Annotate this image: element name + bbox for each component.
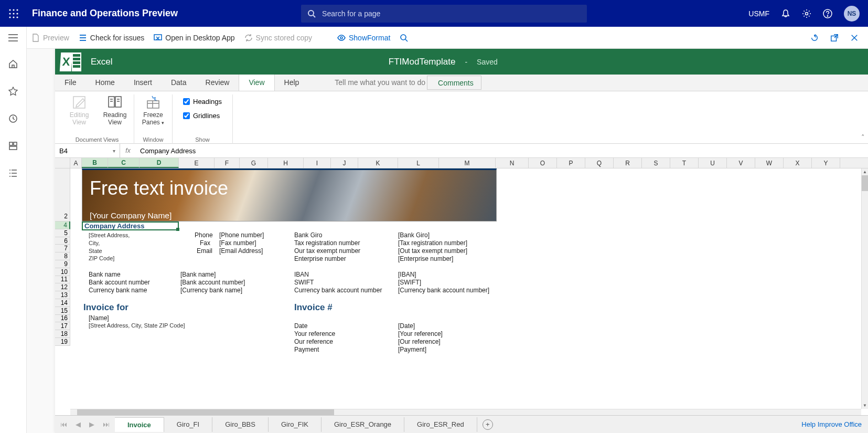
add-sheet-button[interactable]: + — [483, 419, 493, 430]
help-improve-link[interactable]: Help Improve Office — [801, 420, 868, 428]
cell-invoice-for-header[interactable]: Invoice for — [83, 302, 128, 313]
cell-bankname-label[interactable]: Bank name — [89, 271, 121, 278]
col-header-X[interactable]: X — [784, 158, 812, 168]
sheet-tab-giro_bbs[interactable]: Giro_BBS — [212, 417, 269, 432]
col-header-B[interactable]: B — [82, 158, 108, 168]
avatar[interactable]: NS — [844, 6, 860, 22]
tab-home[interactable]: Home — [86, 75, 124, 91]
row-header-16[interactable]: 16 — [55, 315, 70, 323]
freeze-panes-button[interactable]: Freeze Panes ▾ — [138, 94, 168, 126]
sync-button[interactable]: Sync stored copy — [244, 34, 312, 42]
vertical-scrollbar[interactable]: ▲ ▼ — [861, 168, 868, 409]
cell-curbankacct-value[interactable]: [Currency bank account number] — [398, 287, 489, 294]
sheet-nav-first[interactable]: ⏮ — [60, 420, 67, 428]
col-header-V[interactable]: V — [727, 158, 755, 168]
cell-fax-value[interactable]: [Fax number] — [219, 239, 256, 247]
col-header-S[interactable]: S — [642, 158, 670, 168]
col-header-W[interactable]: W — [755, 158, 784, 168]
row-header-8[interactable]: 8 — [55, 252, 70, 260]
open-desktop-button[interactable]: Open in Desktop App — [154, 34, 234, 42]
document-name[interactable]: FTIModTemplate — [389, 57, 456, 67]
cell-street-address[interactable]: [Street Address, City, State ZIP Code] — [89, 231, 130, 262]
bell-icon[interactable] — [781, 9, 790, 18]
tab-file[interactable]: File — [55, 75, 86, 91]
check-issues-button[interactable]: Check for issues — [79, 34, 144, 42]
col-header-D[interactable]: D — [140, 158, 179, 168]
col-header-P[interactable]: P — [557, 158, 585, 168]
comments-button[interactable]: Comments — [427, 76, 481, 90]
active-cell[interactable]: Company Address — [82, 221, 179, 230]
cell-bankgiro-value[interactable]: [Bank Giro] — [398, 231, 430, 239]
col-header-A[interactable]: A — [70, 158, 82, 168]
row-header-2[interactable]: 2 — [55, 168, 70, 221]
gridlines-checkbox[interactable]: Gridlines — [183, 112, 222, 120]
cell-oref-value[interactable]: [Our reference] — [398, 338, 441, 345]
row-header-18[interactable]: 18 — [55, 330, 70, 338]
cell-email-value[interactable]: [Email Address] — [219, 247, 263, 255]
row-header-9[interactable]: 9 — [55, 260, 70, 268]
sheet-nav-next[interactable]: ▶ — [89, 420, 94, 428]
row-header-10[interactable]: 10 — [55, 268, 70, 276]
show-format-button[interactable]: ShowFormat — [337, 34, 390, 42]
close-button[interactable] — [850, 34, 859, 42]
recent-nav[interactable] — [8, 114, 18, 125]
preview-button[interactable]: Preview — [31, 34, 69, 42]
cell-yref-value[interactable]: [Your reference] — [398, 330, 443, 337]
cell-buyer-address[interactable]: [Street Address, City, State ZIP Code] — [89, 322, 185, 329]
cell-email-label[interactable]: Email — [197, 247, 212, 255]
cell-curbankacct-label[interactable]: Currency bank account number — [294, 287, 382, 294]
legal-entity-selector[interactable]: USMF — [748, 9, 769, 18]
col-header-L[interactable]: L — [398, 158, 439, 168]
cell-oref-label[interactable]: Our reference — [294, 338, 333, 345]
row-header-11[interactable]: 11 — [55, 276, 70, 284]
tab-view[interactable]: View — [239, 75, 274, 91]
col-header-H[interactable]: H — [268, 158, 304, 168]
row-header-12[interactable]: 12 — [55, 283, 70, 291]
search-input[interactable]: Search for a page — [301, 5, 587, 23]
col-header-T[interactable]: T — [670, 158, 699, 168]
col-header-M[interactable]: M — [439, 158, 496, 168]
tell-me-input[interactable]: Tell me what you want to do — [335, 75, 425, 91]
sheet-tab-giro_esr_red[interactable]: Giro_ESR_Red — [404, 417, 477, 432]
editing-view-button[interactable]: Editing View — [65, 94, 94, 126]
home-nav[interactable] — [8, 59, 18, 71]
col-header-E[interactable]: E — [179, 158, 215, 168]
cell-bankgiro-label[interactable]: Bank Giro — [294, 231, 322, 239]
cell-payment-value[interactable]: [Payment] — [398, 346, 426, 353]
cell-iban-label[interactable]: IBAN — [294, 271, 309, 278]
col-header-R[interactable]: R — [614, 158, 642, 168]
cell-ent-label[interactable]: Enterprise number — [294, 255, 346, 262]
cell-curbankname-label[interactable]: Currency bank name — [89, 287, 147, 294]
collapse-ribbon-button[interactable]: ˄ — [861, 133, 865, 141]
cell-ourtax-label[interactable]: Our tax exempt number — [294, 247, 360, 255]
reading-view-button[interactable]: Reading View — [100, 94, 130, 126]
row-headers[interactable]: 245678910111213141516171819 — [55, 168, 70, 346]
sheet-canvas[interactable]: Free text invoice [Your Company Name] Co… — [70, 168, 861, 409]
tab-help[interactable]: Help — [275, 75, 309, 91]
scroll-up-button[interactable]: ▲ — [862, 168, 868, 175]
cell-taxreg-label[interactable]: Tax registration number — [294, 239, 360, 247]
nav-hamburger-button[interactable] — [8, 34, 18, 44]
col-header-C[interactable]: C — [108, 158, 140, 168]
scroll-thumb[interactable] — [862, 175, 868, 191]
refresh-button[interactable] — [810, 34, 819, 42]
tab-insert[interactable]: Insert — [124, 75, 162, 91]
cell-date-label[interactable]: Date — [294, 322, 307, 330]
popout-button[interactable] — [830, 34, 839, 42]
search-command[interactable] — [400, 34, 408, 42]
cell-bankname-value[interactable]: [Bank name] — [180, 271, 216, 278]
sheet-tab-invoice[interactable]: Invoice — [115, 417, 164, 432]
favorites-nav[interactable] — [8, 87, 18, 98]
cell-phone-label[interactable]: Phone — [195, 231, 213, 239]
formula-input[interactable]: Company Address — [136, 147, 196, 155]
row-header-7[interactable]: 7 — [55, 245, 70, 252]
cell-curbankname-value[interactable]: [Currency bank name] — [180, 287, 242, 294]
workspaces-nav[interactable] — [8, 141, 18, 153]
cell-taxreg-value[interactable]: [Tax registration number] — [398, 239, 467, 247]
cell-bankacct-value[interactable]: [Bank account number] — [180, 279, 245, 286]
select-all-cells[interactable] — [55, 158, 70, 168]
cell-invoice-num-header[interactable]: Invoice # — [294, 302, 333, 313]
col-header-Q[interactable]: Q — [585, 158, 614, 168]
gear-icon[interactable] — [802, 9, 811, 18]
cell-swift-value[interactable]: [SWIFT] — [398, 279, 421, 286]
